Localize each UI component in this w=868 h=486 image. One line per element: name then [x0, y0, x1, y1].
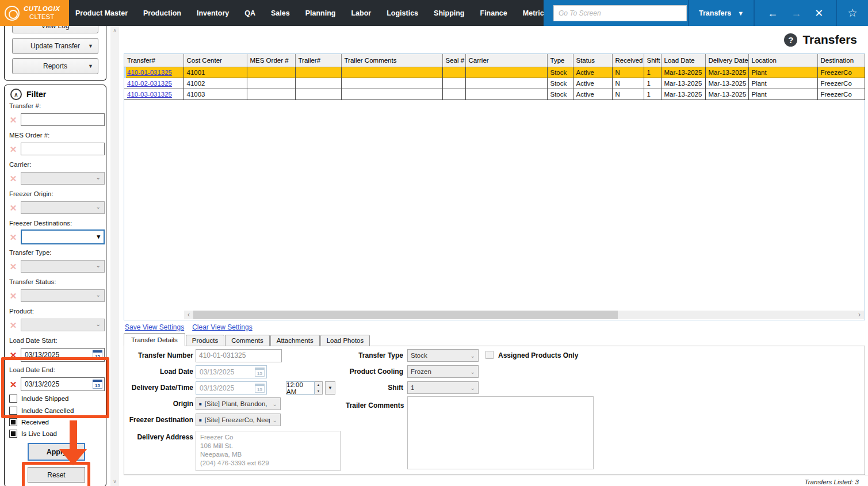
transfer-status-filter-dropdown[interactable]: ⌄	[21, 289, 105, 302]
scroll-left-icon[interactable]: ‹	[184, 311, 193, 319]
spin-up-icon[interactable]: ▲	[315, 382, 322, 388]
menu-logistics[interactable]: Logistics	[387, 9, 418, 17]
col-header[interactable]: Cost Center	[183, 54, 247, 67]
include-cancelled-checkbox[interactable]	[9, 407, 17, 415]
clear-filter-icon[interactable]: ✕	[8, 292, 18, 300]
transfer-link[interactable]: 410-01-031325	[127, 69, 172, 76]
col-header[interactable]: Carrier	[465, 54, 547, 67]
clear-filter-icon[interactable]: ✕	[8, 145, 18, 154]
assigned-products-only-checkbox[interactable]	[485, 351, 494, 359]
go-to-screen-input[interactable]	[553, 5, 687, 21]
col-header[interactable]: Location	[748, 54, 817, 67]
table-row[interactable]: 410-01-031325 41001 Stock Active N 1 Mar…	[124, 67, 865, 78]
col-header[interactable]: Type	[547, 54, 573, 67]
col-header[interactable]: Seal #	[442, 54, 465, 67]
col-header[interactable]: Transfer#	[124, 54, 183, 67]
sidebar-scrollbar[interactable]: ∧ ∨	[110, 26, 119, 486]
menu-product-master[interactable]: Product Master	[75, 9, 128, 17]
transfer-link[interactable]: 410-02-031325	[127, 80, 172, 87]
horizontal-scrollbar[interactable]: ‹ ›	[184, 311, 864, 319]
collapse-icon[interactable]: ∧	[10, 89, 22, 100]
calendar-icon[interactable]: 15	[255, 368, 265, 377]
col-header[interactable]: Delivery Date	[705, 54, 748, 67]
received-checkbox[interactable]	[9, 418, 17, 426]
product-filter-dropdown[interactable]: ⌄	[21, 319, 105, 331]
is-live-load-checkbox[interactable]	[9, 430, 17, 438]
delivery-address-field[interactable]: Freezer Co 106 Mill St. Neepawa, MB (204…	[196, 431, 341, 471]
transfer-link[interactable]: 410-03-031325	[127, 91, 172, 98]
update-transfer-button[interactable]: Update Transfer ▼	[12, 38, 98, 54]
menu-qa[interactable]: QA	[244, 9, 255, 17]
save-view-settings-link[interactable]: Save View Settings	[125, 323, 184, 331]
col-header[interactable]: Received	[612, 54, 644, 67]
clear-filter-icon[interactable]: ✕	[8, 321, 18, 330]
menu-shipping[interactable]: Shipping	[434, 9, 464, 17]
clear-filter-icon[interactable]: ✕	[8, 380, 18, 389]
forward-icon[interactable]: →	[791, 8, 801, 18]
delivery-time-field[interactable]: 12:00 AM	[286, 381, 315, 395]
menu-labor[interactable]: Labor	[351, 9, 371, 17]
menu-production[interactable]: Production	[143, 9, 181, 17]
scroll-right-icon[interactable]: ›	[855, 311, 864, 319]
time-dropdown-button[interactable]: ▼	[325, 381, 335, 395]
clear-filter-icon[interactable]: ✕	[8, 204, 18, 212]
tab-transfer-details[interactable]: Transfer Details	[124, 333, 185, 346]
menu-inventory[interactable]: Inventory	[197, 9, 229, 17]
trailer-comments-field[interactable]	[407, 396, 594, 469]
include-shipped-checkbox[interactable]	[9, 395, 17, 403]
clear-filter-icon[interactable]: ✕	[8, 233, 18, 242]
col-header[interactable]: Load Date	[661, 54, 705, 67]
clear-filter-icon[interactable]: ✕	[8, 116, 18, 124]
reset-button[interactable]: Reset	[28, 467, 85, 483]
origin-dropdown[interactable]: ■ [Site] Plant, Brandon, ⌄	[196, 397, 281, 410]
col-header[interactable]: MES Order #	[247, 54, 295, 67]
calendar-icon[interactable]: 15	[255, 384, 265, 393]
load-date-start-input[interactable]: 03/13/2025 15	[21, 348, 105, 362]
load-date-end-input[interactable]: 03/13/2025 15	[21, 377, 105, 391]
col-header[interactable]: Shift	[644, 54, 661, 67]
app-logo[interactable]: CUTLOGIX CLTEST	[0, 0, 69, 26]
clear-filter-icon[interactable]: ✕	[8, 262, 18, 271]
clear-filter-icon[interactable]: ✕	[8, 174, 18, 183]
transfer-number-filter-input[interactable]	[21, 113, 105, 126]
mes-order-filter-input[interactable]	[21, 143, 105, 155]
transfer-number-field[interactable]: 410-01-031325	[196, 349, 282, 362]
menu-sales[interactable]: Sales	[271, 9, 290, 17]
scroll-down-icon[interactable]: ∨	[110, 479, 119, 484]
clear-filter-icon[interactable]: ✕	[8, 351, 18, 359]
tab-comments[interactable]: Comments	[225, 335, 270, 346]
back-icon[interactable]: ←	[767, 8, 778, 18]
table-row[interactable]: 410-02-031325 41002 Stock Active N 1 Mar…	[124, 78, 865, 89]
tab-products[interactable]: Products	[186, 335, 224, 346]
time-spinner[interactable]: ▲ ▼	[315, 381, 323, 395]
freezer-destinations-combobox[interactable]: ▾	[21, 229, 105, 244]
apply-button[interactable]: Apply	[28, 443, 85, 461]
scrollbar-thumb[interactable]	[193, 311, 618, 319]
tab-load-photos[interactable]: Load Photos	[320, 335, 370, 346]
calendar-icon[interactable]: 15	[93, 350, 102, 359]
help-icon[interactable]: ?	[784, 33, 797, 47]
freezer-destination-dropdown[interactable]: ■ [Site] FreezerCo, Neep ⌄	[196, 414, 281, 426]
delivery-date-field[interactable]: 03/13/2025 15	[196, 381, 267, 395]
spin-down-icon[interactable]: ▼	[315, 388, 322, 395]
scroll-up-icon[interactable]: ∧	[110, 28, 119, 33]
menu-finance[interactable]: Finance	[480, 9, 507, 17]
close-icon[interactable]: ✕	[815, 8, 823, 18]
load-date-field[interactable]: 03/13/2025 15	[196, 365, 267, 378]
col-header[interactable]: Destination	[817, 54, 865, 67]
favorite-star-icon[interactable]: ☆	[837, 0, 868, 26]
product-cooling-dropdown[interactable]: Frozen ⌄	[407, 365, 479, 378]
clear-view-settings-link[interactable]: Clear View Settings	[192, 323, 253, 331]
menu-planning[interactable]: Planning	[305, 9, 336, 17]
shift-dropdown[interactable]: 1 ⌄	[407, 381, 479, 394]
col-header[interactable]: Status	[573, 54, 612, 67]
tab-attachments[interactable]: Attachments	[270, 335, 320, 346]
col-header[interactable]: Trailer Comments	[341, 54, 442, 67]
carrier-filter-dropdown[interactable]: ⌄	[21, 172, 105, 185]
freezer-origin-filter-dropdown[interactable]: ⌄	[21, 201, 105, 214]
col-header[interactable]: Trailer#	[295, 54, 341, 67]
calendar-icon[interactable]: 15	[93, 380, 102, 389]
reports-button[interactable]: Reports ▼	[12, 58, 98, 74]
transfer-type-filter-dropdown[interactable]: ⌄	[21, 260, 105, 273]
view-log-button[interactable]: View Log	[12, 26, 98, 33]
